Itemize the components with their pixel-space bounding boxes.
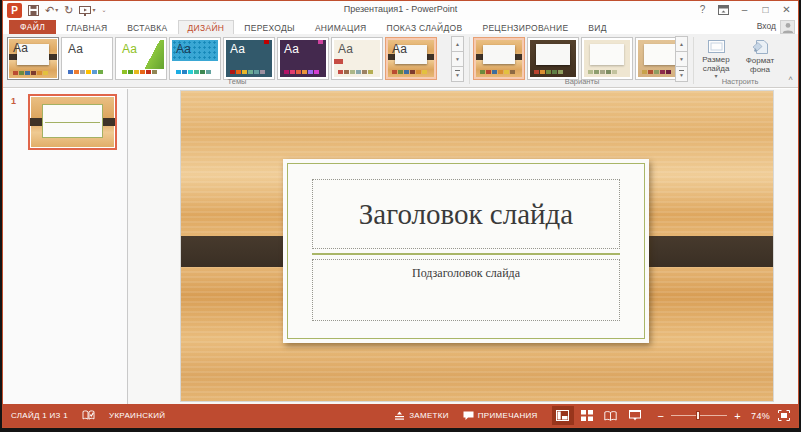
minimize-button[interactable]: – [737, 2, 752, 17]
close-button[interactable]: ✕ [779, 2, 794, 17]
theme-preview-wood-current: Аа [9, 39, 57, 78]
title-bar: P ↶ ▾ ↻ ▾ [3, 1, 798, 20]
zoom-slider-thumb[interactable] [696, 411, 700, 420]
slide-counter-label: СЛАЙД 1 ИЗ 1 [11, 411, 68, 420]
theme-preview-wood-gallery: Аа [388, 40, 434, 77]
slideshow-view-icon [629, 410, 641, 421]
normal-view-icon [556, 410, 569, 421]
color-swatches [480, 70, 515, 74]
color-swatches [338, 70, 373, 74]
help-button[interactable]: ? [695, 2, 710, 17]
variants-scroll-down-button[interactable]: ▼ [675, 51, 688, 67]
language-button[interactable]: УКРАИНСКИЙ [109, 411, 165, 420]
variants-scroll-up-button[interactable]: ▲ [675, 36, 688, 52]
theme-preview-integral: Аа [172, 40, 218, 77]
slide-counter: СЛАЙД 1 ИЗ 1 [11, 411, 68, 420]
reading-view-button[interactable] [600, 406, 622, 425]
tab-insert[interactable]: ВСТАВКА [117, 20, 177, 34]
themes-group-label: Темы [7, 77, 467, 86]
ribbon-tab-row: ФАЙЛ ГЛАВНАЯВСТАВКАДИЗАЙНПЕРЕХОДЫАНИМАЦИ… [3, 20, 798, 34]
theme-thumbnail-ion-boardroom[interactable]: Аа [277, 37, 329, 80]
tab-design[interactable]: ДИЗАЙН [178, 20, 235, 34]
comments-button[interactable]: ПРИМЕЧАНИЯ [463, 411, 538, 421]
slide-thumbnail[interactable] [28, 94, 117, 150]
language-label: УКРАИНСКИЙ [109, 411, 165, 420]
comments-icon [463, 411, 474, 421]
themes-scroll-up-button[interactable]: ▲ [451, 36, 464, 52]
theme-preview-ion: Аа [226, 40, 272, 77]
variant-thumbnail-variant-dark-wood[interactable] [527, 37, 579, 80]
variants-group-label: Варианты [473, 77, 691, 86]
slide-card: Заголовок слайда Подзаголовок слайда [283, 159, 649, 343]
theme-aa-sample: Аа [68, 42, 83, 56]
notes-icon [394, 411, 405, 421]
customize-group-label: Настроить [695, 77, 785, 86]
color-swatches [176, 70, 211, 74]
theme-aa-sample: Аа [392, 42, 407, 56]
title-placeholder[interactable]: Заголовок слайда [312, 179, 620, 249]
spellcheck-button[interactable] [82, 410, 95, 421]
theme-thumbnail-integral[interactable]: Аа [169, 37, 221, 80]
avatar[interactable] [780, 20, 795, 34]
theme-thumbnail-ion[interactable]: Аа [223, 37, 275, 80]
slide-sorter-icon [581, 410, 593, 421]
variants-gallery-scroll: ▲ ▼ ▼ [675, 37, 688, 82]
zoom-out-button[interactable]: − [658, 411, 665, 421]
notes-button[interactable]: ЗАМЕТКИ [394, 411, 449, 421]
themes-gallery: АаАаАаАаАаАаАаАа [7, 37, 437, 80]
tab-view[interactable]: ВИД [578, 20, 616, 34]
zoom-percentage[interactable]: 74% [751, 411, 770, 421]
slideshow-view-button[interactable] [624, 406, 646, 425]
variant-thumbnail-variant-light-wood[interactable] [473, 37, 525, 80]
tab-animations[interactable]: АНИМАЦИЯ [305, 20, 377, 34]
variants-gallery [473, 37, 687, 80]
slide-editor[interactable]: Заголовок слайда Подзаголовок слайда [181, 91, 773, 401]
theme-thumbnail-facet[interactable]: Аа [115, 37, 167, 80]
theme-preview-organic: Аа [334, 40, 380, 77]
ribbon-display-options-icon [718, 5, 729, 15]
theme-preview-facet: Аа [118, 40, 164, 77]
theme-thumbnail-wood-current[interactable]: Аа [7, 37, 59, 80]
status-bar: СЛАЙД 1 ИЗ 1 УКРАИНСКИЙ ЗАМЕТКИ [3, 404, 798, 427]
tab-home[interactable]: ГЛАВНАЯ [56, 20, 117, 34]
color-swatches [68, 70, 103, 74]
color-swatches [284, 70, 319, 74]
subtitle-placeholder[interactable]: Подзаголовок слайда [312, 259, 620, 321]
format-background-icon [752, 40, 768, 54]
color-swatches [534, 70, 563, 74]
person-icon [782, 22, 794, 33]
variant-preview-variant-cream [584, 40, 630, 77]
slide-thumbnail-card [42, 104, 103, 137]
sign-in-link[interactable]: Вход [757, 21, 776, 31]
collapse-ribbon-button[interactable]: ˄ [788, 74, 793, 83]
normal-view-button[interactable] [552, 406, 574, 425]
themes-scroll-down-button[interactable]: ▼ [451, 51, 464, 67]
tab-transitions[interactable]: ПЕРЕХОДЫ [234, 20, 305, 34]
themes-gallery-scroll: ▲ ▼ ▼ [451, 37, 464, 82]
slide-number: 1 [11, 96, 16, 106]
variant-preview-variant-dark-wood [530, 40, 576, 77]
ribbon-display-options-button[interactable] [716, 2, 731, 17]
theme-thumbnail-office[interactable]: Аа [61, 37, 113, 80]
slide-sorter-view-button[interactable] [576, 406, 598, 425]
customize-group: Размер слайда ▾ Формат фона Настроить [695, 34, 785, 87]
theme-thumbnail-wood-gallery[interactable]: Аа [385, 37, 437, 80]
theme-aa-sample: Аа [338, 42, 353, 56]
zoom-in-button[interactable]: + [734, 411, 741, 421]
color-swatches [392, 70, 427, 74]
tab-slideshow[interactable]: ПОКАЗ СЛАЙДОВ [377, 20, 473, 34]
zoom-control: − + [658, 411, 741, 421]
variant-thumbnail-variant-cream[interactable] [581, 37, 633, 80]
zoom-slider[interactable] [671, 415, 727, 416]
theme-aa-sample: Аа [13, 41, 28, 55]
fit-slide-to-window-button[interactable] [778, 410, 790, 421]
window-controls: ? – □ ✕ [695, 2, 794, 17]
tab-review[interactable]: РЕЦЕНЗИРОВАНИЕ [472, 20, 578, 34]
divider-line [312, 253, 620, 255]
theme-aa-sample: Аа [122, 42, 137, 56]
theme-thumbnail-organic[interactable]: Аа [331, 37, 383, 80]
theme-preview-office: Аа [64, 40, 110, 77]
slide-canvas: Заголовок слайда Подзаголовок слайда [129, 89, 798, 404]
tab-file[interactable]: ФАЙЛ [9, 20, 56, 34]
maximize-button[interactable]: □ [758, 2, 773, 17]
